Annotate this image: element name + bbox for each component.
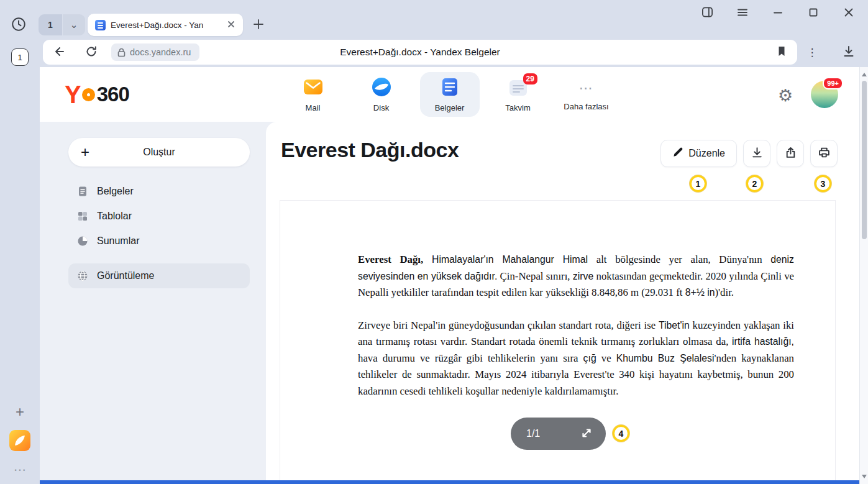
print-icon <box>818 147 830 160</box>
chevron-down-icon: ⌄ <box>70 19 78 30</box>
plus-icon: + <box>16 403 24 421</box>
docs-favicon <box>95 20 106 30</box>
omnibox[interactable]: docs.yandex.ru Everest+Dağı.docx - Yande… <box>43 40 797 65</box>
sidebar-item-tablolar[interactable]: Tablolar <box>68 204 250 229</box>
rail-bottom: + ⋯ <box>0 403 40 478</box>
scroll-up-arrow[interactable] <box>862 71 867 76</box>
more-dots-icon: ⋯ <box>579 78 594 99</box>
document-paragraph: Zirveye biri Nepal'in güneydoğusundan çı… <box>358 317 794 400</box>
close-icon <box>843 7 854 20</box>
document-text: Everest Dağı, Himalayalar'ın Mahalangur … <box>358 252 794 416</box>
side-panel-icon <box>701 6 714 21</box>
sidebar-item-sunumlar[interactable]: Sunumlar <box>68 229 250 253</box>
close-window-button[interactable] <box>842 6 856 20</box>
domain-pill[interactable]: docs.yandex.ru <box>111 43 199 61</box>
maximize-button[interactable] <box>806 6 820 20</box>
browser-logo-button[interactable] <box>9 429 31 454</box>
sidebar-item-label: Görüntüleme <box>97 270 155 281</box>
sidebar-item-belgeler[interactable]: Belgeler <box>68 179 250 204</box>
share-document-button[interactable] <box>777 140 804 167</box>
share-icon <box>785 147 797 160</box>
app-body: + Oluştur Belgeler Tablolar <box>40 122 859 484</box>
service-nav: Mail Disk <box>40 72 859 117</box>
service-label: Takvim <box>505 103 530 112</box>
documents-icon <box>439 76 460 100</box>
web-content: Y 360 Mail <box>40 67 859 484</box>
sidebar-item-label: Sunumlar <box>97 235 139 247</box>
scroll-down-arrow[interactable] <box>862 475 867 480</box>
create-button-label: Oluştur <box>68 138 250 167</box>
clock-icon <box>11 16 27 34</box>
plus-icon <box>253 19 264 32</box>
rail-tab-counter[interactable]: 1 <box>11 48 29 66</box>
yandex-browser-logo-icon <box>9 429 31 454</box>
page-navigator[interactable]: 1/1 <box>511 418 606 450</box>
sidebar-item-label: Belgeler <box>97 186 134 197</box>
service-mail[interactable]: Mail <box>283 72 343 117</box>
more-dots-icon: ⋯ <box>14 462 26 477</box>
maximize-icon <box>808 7 819 20</box>
back-arrow-icon <box>52 45 65 60</box>
bookmark-button[interactable] <box>775 45 788 59</box>
scrollbar-thumb[interactable] <box>862 81 867 239</box>
bookmark-icon <box>776 45 787 59</box>
edit-button-label: Düzenle <box>688 148 725 159</box>
rail-more-button[interactable]: ⋯ <box>11 462 29 478</box>
page-menu-button[interactable]: ⋮ <box>805 45 820 60</box>
sidebar-menu: Belgeler Tablolar Sunumlar <box>68 179 250 288</box>
service-disk[interactable]: Disk <box>352 72 411 117</box>
sidebar-item-goruntuleme[interactable]: Görüntüleme <box>68 263 250 288</box>
presentation-icon <box>77 235 88 247</box>
disk-icon <box>371 76 392 100</box>
side-panel-button[interactable] <box>700 6 714 20</box>
vertical-scrollbar[interactable] <box>859 67 868 484</box>
annotation-4: 4 <box>613 425 629 442</box>
kebab-icon: ⋮ <box>807 46 818 59</box>
lock-icon <box>117 48 126 57</box>
globe-icon <box>77 270 88 281</box>
calendar-date-badge: 29 <box>523 73 537 84</box>
service-takvim[interactable]: 29 Takvim <box>488 72 548 117</box>
service-label: Daha fazlası <box>564 102 608 111</box>
document-paragraph: Everest Dağı, Himalayalar'ın Mahalangur … <box>358 252 794 301</box>
service-label: Belgeler <box>435 103 465 112</box>
domain-text: docs.yandex.ru <box>130 47 191 57</box>
service-more[interactable]: ⋯ Daha fazlası <box>557 72 616 117</box>
page-bottom-strip <box>40 480 859 484</box>
download-document-button[interactable] <box>743 140 770 167</box>
download-icon <box>842 45 856 60</box>
settings-button[interactable]: ⚙ <box>775 84 796 106</box>
downloads-button[interactable] <box>841 44 857 60</box>
service-label: Disk <box>373 103 389 112</box>
back-button[interactable] <box>51 45 66 59</box>
fullscreen-icon[interactable] <box>580 427 594 441</box>
print-button[interactable] <box>810 140 838 167</box>
pencil-icon <box>672 147 683 160</box>
tab-title: Everest+Dağı.docx - Yan <box>111 21 221 30</box>
refresh-button[interactable] <box>84 45 99 59</box>
tab-close-button[interactable] <box>226 19 237 30</box>
y360-header: Y 360 Mail <box>40 67 859 122</box>
service-belgeler[interactable]: Belgeler <box>420 72 480 117</box>
notification-badge: 99+ <box>823 77 843 89</box>
edit-button[interactable]: Düzenle <box>660 140 737 167</box>
browser-window: 1 ⌄ Everest+Dağı.docx - Yan <box>0 0 868 484</box>
tab-group-count[interactable]: 1 <box>39 14 62 35</box>
table-icon <box>77 211 88 222</box>
sidebar-item-label: Tablolar <box>97 211 132 222</box>
profile-button[interactable]: 99+ <box>811 81 838 108</box>
close-icon <box>227 20 235 30</box>
document-viewer-card: Everest Dağı.docx Düzenle <box>266 122 859 484</box>
history-clock-button[interactable] <box>10 16 27 34</box>
create-button[interactable]: + Oluştur <box>68 138 250 167</box>
mail-icon <box>303 76 324 100</box>
rail-add-button[interactable]: + <box>11 403 29 421</box>
window-controls <box>700 6 856 20</box>
minimize-button[interactable] <box>771 6 785 20</box>
document-title: Everest Dağı.docx <box>281 138 459 162</box>
gear-icon: ⚙ <box>778 86 793 105</box>
new-tab-button[interactable] <box>251 17 266 32</box>
browser-tab-active[interactable]: Everest+Dağı.docx - Yan <box>88 14 243 36</box>
tab-group-expand-button[interactable]: ⌄ <box>63 14 85 35</box>
browser-menu-button[interactable] <box>736 6 749 20</box>
